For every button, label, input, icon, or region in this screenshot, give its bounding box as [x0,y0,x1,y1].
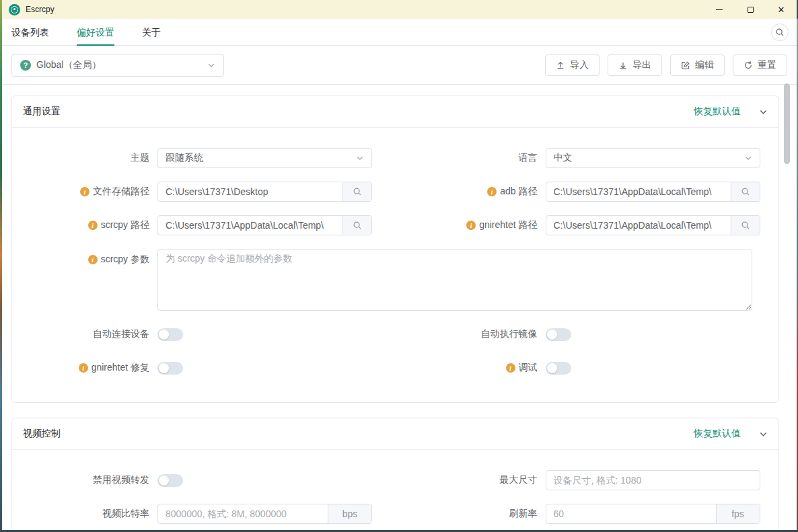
info-icon: i [88,221,98,230]
adb-path-input-group [546,182,760,202]
general-settings-title: 通用设置 [23,106,61,118]
edit-button[interactable]: 编辑 [670,54,725,76]
video-collapse-chevron-icon[interactable] [759,430,768,439]
general-settings-body: 主题 跟随系统 语言 中文 [12,128,778,402]
refresh-rate-unit: fps [716,504,760,523]
debug-toggle[interactable] [546,362,571,375]
close-button[interactable]: ✕ [766,0,797,19]
chevron-down-icon [207,61,215,69]
theme-label: 主题 [23,152,157,164]
scrcpy-path-input[interactable] [158,216,342,235]
toolbar-buttons: 导入 导出 编辑 重置 [545,54,787,76]
minimize-button[interactable] [704,0,735,19]
auto-mirror-label: 自动执行镜像 [396,328,546,340]
video-bitrate-input[interactable] [158,504,328,523]
auto-mirror-toggle[interactable] [546,328,571,341]
export-button-label: 导出 [632,59,651,71]
section-general-settings: 通用设置 恢复默认值 主题 跟随系统 [11,96,779,403]
general-settings-header: 通用设置 恢复默认值 [12,96,778,128]
export-button[interactable]: 导出 [608,54,662,76]
auto-connect-label: 自动连接设备 [23,328,157,340]
app-logo-icon [9,4,20,15]
app-window: Escrcpy ✕ 设备列表 偏好设置 关于 ? Global（全局） [2,0,797,530]
video-control-header: 视频控制 恢复默认值 [12,418,778,450]
refresh-icon [743,61,753,70]
field-scrcpy-args: i scrcpy 参数 [23,249,768,311]
reset-button-label: 重置 [758,59,776,71]
refresh-rate-input-group: fps [546,504,760,524]
search-icon [741,221,750,230]
field-video-bitrate: 视频比特率 bps [23,504,396,524]
general-collapse-chevron-icon[interactable] [759,108,768,116]
scrcpy-args-label: i scrcpy 参数 [23,249,157,266]
field-refresh-rate: 刷新率 fps [396,504,768,524]
video-restore-defaults-link[interactable]: 恢复默认值 [694,428,741,440]
theme-select-value: 跟随系统 [166,152,203,164]
gnirehtet-fix-label: i gnirehtet 修复 [23,362,157,374]
field-debug: i 调试 [396,358,768,378]
tab-device-list[interactable]: 设备列表 [11,19,49,46]
file-path-input[interactable] [158,182,342,201]
file-path-label: i 文件存储路径 [23,186,157,198]
vertical-scrollbar-thumb[interactable] [784,83,790,164]
disable-video-forward-label: 禁用视频转发 [23,474,157,486]
language-select[interactable]: 中文 [546,148,760,168]
import-button[interactable]: 导入 [545,54,600,76]
general-restore-defaults-link[interactable]: 恢复默认值 [694,106,741,118]
theme-select[interactable]: 跟随系统 [157,148,372,168]
gnirehtet-fix-toggle[interactable] [157,362,183,375]
gnirehtet-path-input-group [546,215,760,235]
refresh-rate-label: 刷新率 [396,508,546,520]
tab-about[interactable]: 关于 [142,19,161,46]
gnirehtet-path-browse-button[interactable] [731,216,760,235]
gnirehtet-path-label: i gnirehtet 路径 [396,219,546,231]
search-icon [353,221,362,230]
adb-path-label: i adb 路径 [396,186,546,198]
info-icon: i [88,255,98,264]
adb-path-browse-button[interactable] [731,182,760,201]
field-auto-mirror: 自动执行镜像 [396,324,768,344]
search-icon [741,187,750,196]
scrcpy-path-label: i scrcpy 路径 [23,219,157,231]
search-icon [775,28,785,37]
chevron-down-icon [744,154,752,162]
file-path-input-group [157,182,372,202]
field-language: 语言 中文 [396,148,768,168]
language-label: 语言 [396,152,546,164]
max-size-input-group [546,470,760,490]
max-size-label: 最大尺寸 [396,474,546,486]
max-size-input[interactable] [546,471,760,490]
field-gnirehtet-path: i gnirehtet 路径 [396,215,768,235]
close-icon: ✕ [778,5,785,14]
field-max-size: 最大尺寸 [396,470,768,490]
info-icon: i [506,363,515,373]
search-button[interactable] [771,24,789,41]
scope-select[interactable]: ? Global（全局） [11,54,224,77]
maximize-button[interactable] [735,0,766,19]
question-circle-icon: ? [20,60,31,71]
download-icon [618,61,628,70]
auto-connect-toggle[interactable] [157,328,183,341]
refresh-rate-input[interactable] [546,504,716,523]
field-gnirehtet-fix: i gnirehtet 修复 [23,358,396,378]
file-path-browse-button[interactable] [342,182,371,201]
minimize-icon [716,9,723,10]
reset-button[interactable]: 重置 [733,54,787,76]
gnirehtet-path-input[interactable] [546,216,731,235]
disable-video-forward-toggle[interactable] [157,474,183,487]
scrcpy-path-browse-button[interactable] [342,216,371,235]
field-auto-connect: 自动连接设备 [23,324,396,344]
edit-button-label: 编辑 [695,59,714,71]
adb-path-input[interactable] [546,182,731,201]
tab-bar: 设备列表 偏好设置 关于 [2,19,797,46]
scrcpy-args-textarea[interactable] [157,249,752,311]
field-scrcpy-path: i scrcpy 路径 [23,215,396,235]
video-control-title: 视频控制 [23,428,61,440]
info-icon: i [466,221,476,230]
tab-preferences[interactable]: 偏好设置 [77,19,114,46]
preferences-toolbar: ? Global（全局） 导入 导出 [2,46,797,85]
settings-scroll-area: 通用设置 恢复默认值 主题 跟随系统 [2,85,797,530]
language-select-value: 中文 [554,152,573,164]
field-file-path: i 文件存储路径 [23,182,396,202]
chevron-down-icon [356,154,364,162]
